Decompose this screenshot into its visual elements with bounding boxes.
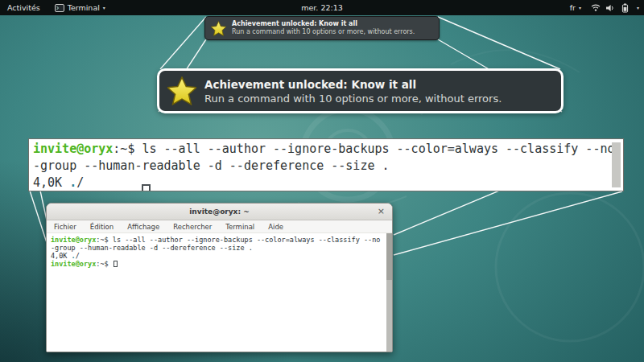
scrollbar[interactable] xyxy=(386,233,392,352)
menu-rechercher[interactable]: Rechercher xyxy=(173,223,212,231)
command-text: ls --all --author --ignore-backups --col… xyxy=(109,236,381,244)
activities-button[interactable]: Activités xyxy=(0,0,47,15)
menu-edition[interactable]: Édition xyxy=(90,223,114,231)
chevron-down-icon: ▾ xyxy=(579,0,581,15)
chevron-down-icon: ▾ xyxy=(637,0,639,15)
command-line-2: -group --human-readable -d --dereference… xyxy=(51,244,382,252)
battery-icon xyxy=(621,3,629,13)
notification-banner[interactable]: Achievement unlocked: Know it all Run a … xyxy=(204,16,440,40)
menu-affichage[interactable]: Affichage xyxy=(127,223,159,231)
prompt-suffix: :~$ xyxy=(113,142,134,156)
prompt-user: invite@oryx xyxy=(51,260,96,268)
window-title: invite@oryx: ~ xyxy=(189,208,249,216)
chevron-down-icon: ▾ xyxy=(103,0,105,15)
window-titlebar[interactable]: invite@oryx: ~ × xyxy=(47,204,392,220)
top-bar: Activités Terminal ▾ mer. 22:13 fr ▾ xyxy=(0,0,644,15)
zoom-command-line-1: invite@oryx:~$ ls --all --author --ignor… xyxy=(33,141,607,158)
battery-indicator[interactable] xyxy=(618,3,632,13)
notification-title: Achievement unlocked: Know it all xyxy=(232,20,415,28)
output-classify: / xyxy=(76,175,84,190)
notification-zoom-callout: Achievement unlocked: Know it all Run a … xyxy=(157,68,564,113)
wifi-icon xyxy=(591,3,601,12)
prompt-suffix: :~$ xyxy=(96,236,108,244)
output-size: 4,0K xyxy=(33,175,69,190)
prompt-user: invite@oryx xyxy=(33,142,113,156)
terminal-zoom-callout: invite@oryx:~$ ls --all --author --ignor… xyxy=(28,138,624,191)
command-text: ls --all --author --ignore-backups --col… xyxy=(134,142,614,156)
star-icon xyxy=(211,21,226,36)
callout-title: Achievement unlocked: Know it all xyxy=(204,77,502,92)
terminal-icon xyxy=(55,4,64,12)
output-line: 4,0K ./ xyxy=(51,252,382,260)
menu-bar: Fichier Édition Affichage Rechercher Ter… xyxy=(47,220,392,233)
terminal-cursor xyxy=(114,261,118,267)
terminal-cursor xyxy=(142,184,151,191)
menu-terminal[interactable]: Terminal xyxy=(225,223,254,231)
close-icon[interactable]: × xyxy=(378,206,385,217)
callout-body: Run a command with 10 options or more, w… xyxy=(204,92,502,105)
wifi-indicator[interactable] xyxy=(586,3,602,12)
scrollbar[interactable] xyxy=(612,142,621,187)
clock-label: mer. 22:13 xyxy=(301,3,343,12)
prompt-user: invite@oryx xyxy=(51,236,96,244)
menu-aide[interactable]: Aide xyxy=(268,223,283,231)
menu-fichier[interactable]: Fichier xyxy=(54,223,76,231)
output-directory: . xyxy=(69,175,76,190)
zoom-command-line-2: -group --human-readable -d --dereference… xyxy=(33,158,607,175)
activities-label: Activités xyxy=(7,0,40,15)
terminal-window: invite@oryx: ~ × Fichier Édition Afficha… xyxy=(46,203,393,352)
app-menu-button[interactable]: Terminal ▾ xyxy=(47,0,113,15)
output-classify: / xyxy=(76,252,80,260)
system-menu-button[interactable]: ▾ xyxy=(632,0,644,15)
notification-body: Run a command with 10 options or more, w… xyxy=(232,28,415,36)
output-size: 4,0K xyxy=(51,252,72,260)
zoom-output-line: 4,0K ./ xyxy=(33,175,607,191)
keyboard-layout-menu[interactable]: fr ▾ xyxy=(565,0,586,15)
scrollbar-thumb[interactable] xyxy=(386,233,392,280)
terminal-content[interactable]: invite@oryx:~$ ls --all --author --ignor… xyxy=(47,233,392,352)
volume-indicator[interactable] xyxy=(602,4,618,12)
keyboard-layout-label: fr xyxy=(570,0,576,15)
command-line-1: invite@oryx:~$ ls --all --author --ignor… xyxy=(51,236,382,244)
volume-icon xyxy=(605,4,615,12)
prompt-line: invite@oryx:~$ xyxy=(51,260,382,268)
prompt-suffix: :~$ xyxy=(96,260,108,268)
app-menu-label: Terminal xyxy=(68,0,100,15)
star-icon xyxy=(167,76,196,105)
